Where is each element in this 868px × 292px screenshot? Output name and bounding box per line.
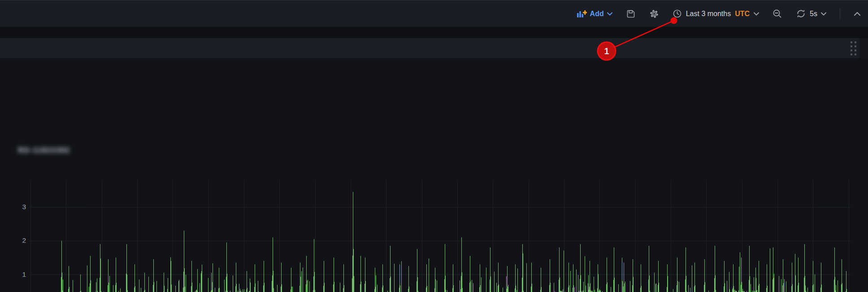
panel-drag-handle-icon[interactable] bbox=[851, 41, 856, 55]
time-range-picker[interactable]: Last 3 months UTC bbox=[673, 9, 759, 18]
refresh-controls: 5s bbox=[796, 9, 826, 19]
refresh-interval-label[interactable]: 5s bbox=[810, 10, 817, 18]
chevron-down-icon bbox=[754, 12, 759, 16]
y-axis-label: 3 bbox=[13, 203, 26, 210]
dashboard-row bbox=[0, 38, 859, 58]
chevron-down-icon[interactable] bbox=[821, 12, 826, 16]
clock-icon bbox=[673, 9, 682, 18]
refresh-icon[interactable] bbox=[796, 9, 806, 19]
toolbar-divider bbox=[840, 8, 840, 20]
zoom-out-icon bbox=[773, 9, 782, 19]
save-icon bbox=[626, 9, 636, 19]
zoom-out-time-button[interactable] bbox=[773, 9, 782, 19]
gear-icon bbox=[649, 9, 659, 19]
add-panel-button[interactable]: Add bbox=[577, 9, 612, 18]
chevron-up-icon bbox=[854, 12, 861, 16]
dashboard-screen: Add bbox=[0, 0, 868, 292]
bar-chart-plus-icon bbox=[577, 9, 587, 18]
dashboard-settings-button[interactable] bbox=[649, 9, 659, 19]
y-axis-label: 1 bbox=[13, 271, 26, 278]
timeseries-panel: RD-11823382 0123 07/2207/2607/3008/0308/… bbox=[0, 58, 868, 292]
y-axis-label: 2 bbox=[13, 237, 26, 244]
time-range-label: Last 3 months bbox=[686, 10, 731, 18]
chevron-down-icon bbox=[607, 12, 612, 16]
save-dashboard-button[interactable] bbox=[626, 9, 636, 19]
sub-header-band bbox=[0, 28, 868, 38]
timezone-label: UTC bbox=[735, 10, 750, 18]
add-button-label: Add bbox=[590, 10, 604, 18]
panel-title[interactable]: RD-11823382 bbox=[18, 146, 70, 155]
dashboard-toolbar: Add bbox=[0, 0, 868, 27]
timeseries-plot[interactable] bbox=[30, 168, 851, 292]
collapse-toolbar-button[interactable] bbox=[854, 12, 861, 16]
